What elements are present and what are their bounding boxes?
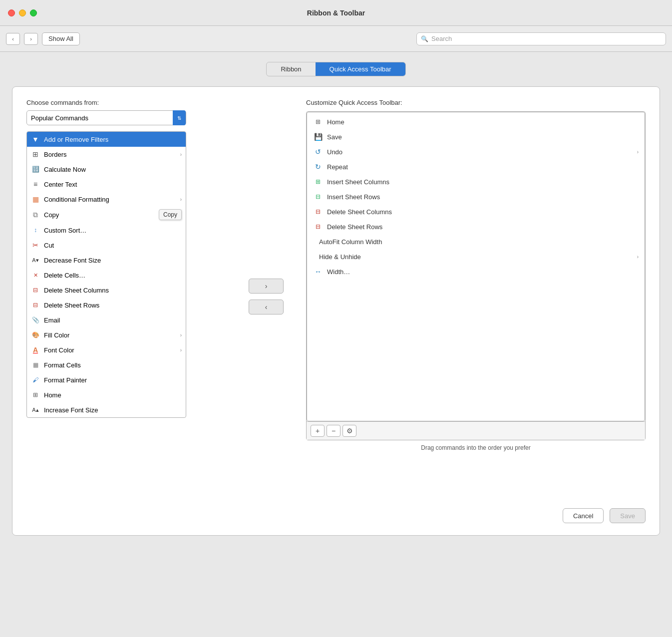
repeat-toolbar-icon: ↻ xyxy=(313,162,323,172)
insert-rows-icon: ⊟ xyxy=(313,192,323,202)
commands-dropdown[interactable]: Popular Commands ⇅ xyxy=(26,110,186,125)
toolbar-list-container: ⊞ Home 💾 Save ↺ Undo › xyxy=(306,111,646,440)
format-painter-icon: 🖌 xyxy=(31,375,40,384)
list-item[interactable]: ▦ Conditional Formatting › xyxy=(27,192,186,207)
commands-list: ▼ Add or Remove Filters ⊞ Borders › 🔢 Ca… xyxy=(26,131,186,418)
list-item[interactable]: ⊟ Delete Sheet Columns xyxy=(27,283,186,298)
submenu-arrow-icon: › xyxy=(637,254,639,260)
cancel-button[interactable]: Cancel xyxy=(563,508,604,523)
width-toolbar-icon: ↔ xyxy=(313,267,323,277)
settings-button[interactable]: ⚙ xyxy=(342,425,356,437)
item-label: Insert Sheet Columns xyxy=(327,178,639,186)
add-item-button[interactable]: + xyxy=(311,425,325,437)
close-button[interactable] xyxy=(8,9,15,16)
right-column: Customize Quick Access Toolbar: ⊞ Home 💾… xyxy=(306,99,646,494)
toolbar-item[interactable]: ⊟ Delete Sheet Rows xyxy=(307,219,645,234)
zoom-button[interactable] xyxy=(30,9,37,16)
toolbar-items-list: ⊞ Home 💾 Save ↺ Undo › xyxy=(307,112,645,421)
remove-from-toolbar-button[interactable]: ‹ xyxy=(249,300,284,315)
save-button[interactable]: Save xyxy=(610,508,646,523)
del-sheet-cols-icon: ⊟ xyxy=(31,286,40,295)
list-item[interactable]: 🖌 Format Painter xyxy=(27,372,186,387)
home-toolbar-icon: ⊞ xyxy=(313,117,323,127)
increase-font-icon: A▴ xyxy=(31,405,40,414)
dropdown-arrow-icon: ⇅ xyxy=(173,110,186,125)
tab-group: Ribbon Quick Access Toolbar xyxy=(266,62,405,76)
item-label: Email xyxy=(44,317,182,324)
toolbar-item[interactable]: ↻ Repeat xyxy=(307,159,645,174)
left-column: Choose commands from: Popular Commands ⇅… xyxy=(26,99,226,494)
list-item[interactable]: ▦ Format Cells xyxy=(27,357,186,372)
drag-hint: Drag commands into the order you prefer xyxy=(306,444,646,451)
toolbar-item[interactable]: Hide & Unhide › xyxy=(307,249,645,264)
item-label: Center Text xyxy=(44,181,182,188)
list-item[interactable]: 📎 Email xyxy=(27,313,186,327)
titlebar: Ribbon & Toolbar xyxy=(0,0,672,26)
item-label: Custom Sort… xyxy=(44,227,182,234)
item-label: Delete Sheet Rows xyxy=(327,223,639,231)
toolbar-item[interactable]: ⊞ Home xyxy=(307,114,645,129)
toolbar-item[interactable]: ↺ Undo › xyxy=(307,144,645,159)
list-item[interactable]: A▴ Increase Font Size xyxy=(27,402,186,417)
item-label: Increase Font Size xyxy=(44,406,182,414)
show-all-button[interactable]: Show All xyxy=(42,32,80,45)
insert-cols-icon: ⊞ xyxy=(313,177,323,187)
sort-icon: ↕ xyxy=(31,226,40,235)
decrease-font-icon: A▾ xyxy=(31,256,40,265)
calc-icon: 🔢 xyxy=(31,165,40,174)
toolbar: ‹ › Show All 🔍 Search xyxy=(0,26,672,52)
add-to-toolbar-button[interactable]: › xyxy=(249,279,284,294)
item-label: Conditional Formatting xyxy=(44,196,176,203)
del-rows-toolbar-icon: ⊟ xyxy=(313,222,323,232)
minimize-button[interactable] xyxy=(19,9,26,16)
save-toolbar-icon: 💾 xyxy=(313,132,323,142)
list-item[interactable]: ✕ Delete Cells… xyxy=(27,268,186,283)
main-content: Ribbon Quick Access Toolbar Choose comma… xyxy=(0,52,672,637)
toolbar-item[interactable]: 💾 Save xyxy=(307,129,645,144)
del-sheet-rows-icon: ⊟ xyxy=(31,301,40,310)
remove-item-button[interactable]: − xyxy=(327,425,340,437)
list-item[interactable]: ⧉ Copy Copy xyxy=(27,207,186,223)
list-item[interactable]: ≡ Center Text xyxy=(27,177,186,192)
back-button[interactable]: ‹ xyxy=(6,33,20,45)
list-item[interactable]: ⊞ Home xyxy=(27,387,186,402)
list-item[interactable]: ⊟ Delete Sheet Rows xyxy=(27,298,186,313)
item-label: Delete Cells… xyxy=(44,272,182,279)
item-label: Width… xyxy=(327,268,639,276)
toolbar-item[interactable]: ↔ Width… xyxy=(307,264,645,279)
toolbar-item[interactable]: AutoFit Column Width xyxy=(307,234,645,249)
item-label: Cut xyxy=(44,242,182,249)
list-item[interactable]: 🔢 Calculate Now xyxy=(27,162,186,177)
toolbar-item[interactable]: ⊞ Insert Sheet Columns xyxy=(307,174,645,189)
toolbar-actions-bar: + − ⚙ xyxy=(307,421,645,440)
item-label: Fill Color xyxy=(44,331,176,339)
undo-toolbar-icon: ↺ xyxy=(313,147,323,157)
tab-ribbon[interactable]: Ribbon xyxy=(267,62,315,76)
search-box[interactable]: 🔍 Search xyxy=(416,32,666,45)
search-icon: 🔍 xyxy=(421,35,428,42)
tab-quick-access[interactable]: Quick Access Toolbar xyxy=(316,62,405,76)
tab-switcher: Ribbon Quick Access Toolbar xyxy=(12,62,660,76)
toolbar-item[interactable]: ⊟ Delete Sheet Columns xyxy=(307,204,645,219)
dialog-panel: Choose commands from: Popular Commands ⇅… xyxy=(12,86,660,536)
list-item[interactable]: ⊞ Borders › xyxy=(27,147,186,162)
list-item[interactable]: ▼ Add or Remove Filters xyxy=(27,132,186,147)
fill-color-icon: 🎨 xyxy=(31,330,40,339)
list-item[interactable]: 🎨 Fill Color › xyxy=(27,327,186,342)
item-label: Calculate Now xyxy=(44,166,182,173)
submenu-arrow-icon: › xyxy=(180,197,182,202)
item-label: Hide & Unhide xyxy=(319,253,633,261)
submenu-arrow-icon: › xyxy=(637,149,639,155)
item-label: Add or Remove Filters xyxy=(44,136,182,143)
list-item[interactable]: A Font Color › xyxy=(27,342,186,357)
item-label: Format Cells xyxy=(44,361,182,369)
customize-toolbar-label: Customize Quick Access Toolbar: xyxy=(306,99,646,106)
toolbar-item[interactable]: ⊟ Insert Sheet Rows xyxy=(307,189,645,204)
item-label: Delete Sheet Columns xyxy=(327,208,639,216)
email-icon: 📎 xyxy=(31,316,40,324)
list-item[interactable]: ✂ Cut xyxy=(27,238,186,253)
forward-button[interactable]: › xyxy=(24,33,38,45)
list-item[interactable]: ↕ Custom Sort… xyxy=(27,223,186,238)
item-label: Format Painter xyxy=(44,376,182,384)
list-item[interactable]: A▾ Decrease Font Size xyxy=(27,253,186,268)
